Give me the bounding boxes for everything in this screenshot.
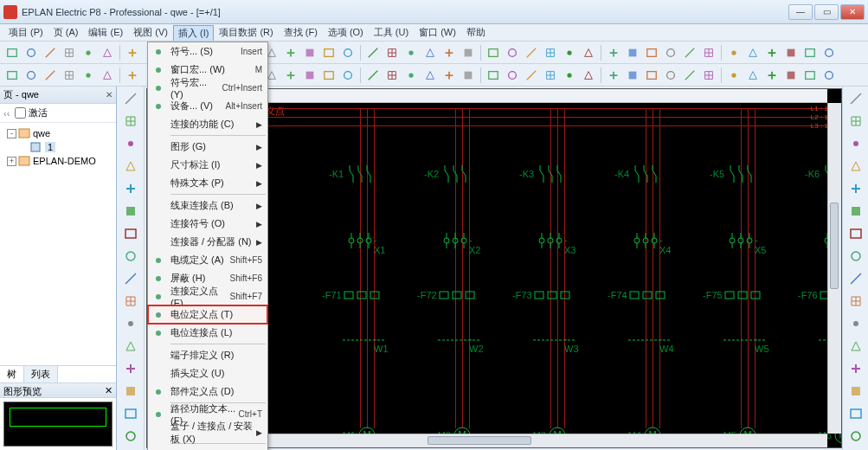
tb1-btn-31[interactable] xyxy=(624,44,641,61)
tb2-btn-17[interactable] xyxy=(339,67,357,84)
vtool-btn-12[interactable] xyxy=(121,359,140,378)
minimize-button[interactable]: — xyxy=(788,4,813,20)
menuitem-21[interactable]: 部件定义点 (D) xyxy=(148,382,267,401)
tb1-btn-2[interactable] xyxy=(42,44,59,61)
cable-1[interactable]: -W2 xyxy=(438,335,481,347)
contactor-1[interactable]: -K2 xyxy=(440,165,476,184)
vtool-btn-15[interactable] xyxy=(121,427,140,446)
menuitem-16[interactable]: 电位定义点 (T) xyxy=(148,305,267,324)
contactor-4[interactable]: -K5 xyxy=(725,165,762,184)
vtool-btn-9[interactable] xyxy=(121,292,140,311)
menuitem-13[interactable]: 电缆定义 (A)Shift+F5 xyxy=(148,251,267,269)
tb1-btn-36[interactable] xyxy=(725,44,743,61)
tb1-btn-33[interactable] xyxy=(662,44,679,61)
rtool-btn-5[interactable] xyxy=(846,202,865,221)
tb2-btn-1[interactable] xyxy=(23,67,40,84)
tb1-btn-19[interactable] xyxy=(383,44,401,61)
menuitem-12[interactable]: 连接器 / 分配器 (N)▶ xyxy=(148,233,267,251)
tb2-btn-28[interactable] xyxy=(561,67,578,84)
tb1-btn-26[interactable] xyxy=(523,44,540,61)
rtool-btn-0[interactable] xyxy=(846,89,865,108)
contactor-3[interactable]: -K4 xyxy=(630,165,666,184)
tb1-btn-6[interactable] xyxy=(124,44,141,61)
tb1-btn-21[interactable] xyxy=(421,44,439,61)
menu-0[interactable]: 项目 (P) xyxy=(3,24,48,41)
rtool-btn-15[interactable] xyxy=(846,427,865,446)
rtool-btn-10[interactable] xyxy=(846,314,865,333)
contactor-2[interactable]: -K3 xyxy=(535,165,571,184)
tb2-btn-33[interactable] xyxy=(662,67,679,84)
tab-tree[interactable]: 树 xyxy=(0,366,24,382)
panel-close-icon[interactable]: ✕ xyxy=(106,90,113,100)
rtool-btn-14[interactable] xyxy=(846,404,865,423)
tb1-btn-15[interactable] xyxy=(301,44,318,61)
tree-row-2[interactable]: +EPLAN-DEMO xyxy=(2,154,114,168)
tb2-btn-14[interactable] xyxy=(282,67,299,84)
tb1-btn-40[interactable] xyxy=(801,44,819,61)
tb2-btn-41[interactable] xyxy=(820,67,838,84)
tb2-btn-31[interactable] xyxy=(624,67,641,84)
tb1-btn-34[interactable] xyxy=(681,44,698,61)
tb2-btn-26[interactable] xyxy=(523,67,540,84)
tb1-btn-29[interactable] xyxy=(580,44,597,61)
menuitem-7[interactable]: 尺寸标注 (I)▶ xyxy=(148,156,267,174)
vtool-btn-1[interactable] xyxy=(121,112,140,131)
menuitem-24[interactable]: 盒子 / 连接点 / 安装板 (X)▶ xyxy=(148,423,267,441)
tb2-btn-5[interactable] xyxy=(99,67,116,84)
tb1-btn-0[interactable] xyxy=(3,44,21,61)
menu-7[interactable]: 选项 (O) xyxy=(323,24,369,41)
tb2-btn-32[interactable] xyxy=(643,67,660,84)
vtool-btn-0[interactable] xyxy=(121,89,140,108)
menu-6[interactable]: 查找 (F) xyxy=(279,24,323,41)
tb1-btn-32[interactable] xyxy=(643,44,660,61)
menuitem-26[interactable]: 占位符对象 (J) xyxy=(148,446,267,450)
tb1-btn-14[interactable] xyxy=(282,44,299,61)
contactor-0[interactable]: -K1 xyxy=(344,165,381,184)
menuitem-20[interactable]: 插头定义 (U) xyxy=(148,364,267,382)
menuitem-4[interactable]: 连接的功能 (C)▶ xyxy=(148,115,267,133)
rtool-btn-11[interactable] xyxy=(846,337,865,356)
menu-5[interactable]: 项目数据 (R) xyxy=(214,24,278,41)
tb2-btn-27[interactable] xyxy=(542,67,559,84)
maximize-button[interactable]: ▭ xyxy=(814,4,839,20)
tb1-btn-38[interactable] xyxy=(763,44,781,61)
vtool-btn-8[interactable] xyxy=(121,269,140,288)
tb1-btn-41[interactable] xyxy=(820,44,838,61)
fuse-2[interactable]: -F73 xyxy=(533,288,575,304)
tb2-btn-21[interactable] xyxy=(421,67,439,84)
rtool-btn-12[interactable] xyxy=(846,359,865,378)
vtool-btn-11[interactable] xyxy=(121,337,140,356)
fuse-1[interactable]: -F72 xyxy=(438,288,479,304)
tb2-btn-23[interactable] xyxy=(460,67,477,84)
tb1-btn-20[interactable] xyxy=(402,44,420,61)
terminal-1[interactable]: -X2 xyxy=(441,233,476,250)
vtool-btn-4[interactable] xyxy=(121,179,140,198)
fuse-0[interactable]: -F71 xyxy=(343,288,384,304)
tree-row-1[interactable]: 1 xyxy=(2,140,114,154)
menuitem-17[interactable]: 电位连接点 (L) xyxy=(148,324,267,342)
cable-0[interactable]: -W1 xyxy=(343,335,386,347)
tb2-btn-22[interactable] xyxy=(440,67,458,84)
menuitem-6[interactable]: 图形 (G)▶ xyxy=(148,138,267,156)
menuitem-10[interactable]: 线束连接点 (B)▶ xyxy=(148,196,267,215)
panel-nav-prev[interactable]: ‹‹ xyxy=(3,108,10,119)
tb1-btn-37[interactable] xyxy=(744,44,762,61)
menu-4[interactable]: 插入 (I) xyxy=(173,25,214,41)
tb1-btn-16[interactable] xyxy=(320,44,338,61)
tb1-btn-5[interactable] xyxy=(99,44,116,61)
close-button[interactable]: ✕ xyxy=(840,4,865,20)
tb2-btn-16[interactable] xyxy=(320,67,338,84)
vtool-btn-13[interactable] xyxy=(121,382,140,401)
vtool-btn-10[interactable] xyxy=(121,314,140,333)
terminal-3[interactable]: -X4 xyxy=(632,233,666,250)
tb1-btn-35[interactable] xyxy=(700,44,717,61)
tb2-btn-24[interactable] xyxy=(485,67,502,84)
menuitem-0[interactable]: 符号... (S)Insert xyxy=(148,42,267,61)
tb1-btn-3[interactable] xyxy=(61,44,78,61)
tb2-btn-38[interactable] xyxy=(763,67,781,84)
menuitem-11[interactable]: 连接符号 (O)▶ xyxy=(148,215,267,233)
tb2-btn-25[interactable] xyxy=(504,67,521,84)
fuse-4[interactable]: -F75 xyxy=(723,288,765,304)
vtool-btn-5[interactable] xyxy=(121,202,140,221)
tb2-btn-20[interactable] xyxy=(402,67,420,84)
